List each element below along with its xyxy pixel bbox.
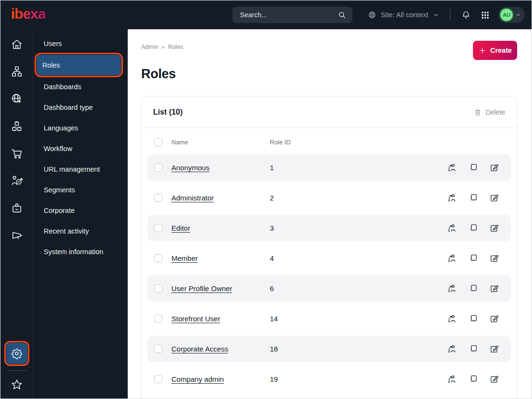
edit-button[interactable] [489,193,499,203]
row-checkbox[interactable] [154,224,162,232]
assign-users-button[interactable] [447,253,457,263]
rail-item-bookmarks[interactable] [0,374,33,396]
edit-button[interactable] [489,253,499,263]
delete-button-label: Delete [486,108,505,116]
assign-users-button[interactable] [447,374,457,384]
role-id-value: 3 [270,224,436,232]
rail-item-admin-settings[interactable] [6,343,27,364]
select-all-checkbox[interactable] [154,138,162,146]
row-checkbox[interactable] [154,254,162,262]
megaphone-icon [11,229,23,242]
copy-button[interactable] [468,193,478,203]
role-id-value: 4 [270,254,436,262]
assign-user-icon [447,193,457,203]
sidebar-item-users[interactable]: Users [33,33,128,54]
plus-icon [478,47,486,55]
bell-icon [461,10,471,20]
assign-users-button[interactable] [447,163,457,173]
role-name-link[interactable]: Corporate Access [171,345,270,353]
rail-item-marketing[interactable] [0,222,33,249]
notifications-button[interactable] [459,8,473,22]
search-box[interactable] [232,7,352,23]
assign-users-button[interactable] [447,193,457,203]
user-menu[interactable]: AU [498,7,525,23]
breadcrumb-item-admin[interactable]: Admin [141,44,158,50]
edit-button[interactable] [489,344,499,354]
badge-icon [11,202,23,214]
edit-icon [489,253,499,263]
role-name-link[interactable]: Anonymous [171,164,270,172]
edit-button[interactable] [489,314,499,324]
search-input[interactable] [240,11,338,19]
site-context-dropdown[interactable]: Site: All context [368,11,439,19]
assign-user-icon [447,223,457,233]
table-header: Name Role ID [147,135,511,149]
role-name-link[interactable]: Member [171,254,270,262]
sidebar-item-dashboard-type[interactable]: Dashboard type [33,97,128,117]
sidebar-item-corporate[interactable]: Corporate [33,200,128,221]
role-id-value: 18 [270,345,436,353]
rail-item-personalization[interactable] [0,167,33,194]
copy-icon [468,283,478,293]
search-icon [338,11,347,20]
roles-list-card: List (10) Delete Name Role ID Anonymous … [141,96,517,399]
rail-item-home[interactable] [0,30,33,58]
edit-icon [489,283,499,293]
assign-user-icon [447,163,457,173]
rail-item-commerce[interactable] [0,140,33,167]
role-name-link[interactable]: Storefront User [171,315,270,323]
trash-icon [474,108,482,117]
row-checkbox[interactable] [154,375,162,383]
copy-button[interactable] [468,314,478,324]
edit-icon [489,314,499,324]
rail-item-content-tree[interactable] [0,58,33,85]
copy-button[interactable] [468,344,478,354]
role-name-link[interactable]: Administrator [171,194,270,202]
copy-button[interactable] [468,283,478,293]
sidebar-item-languages[interactable]: Languages [33,117,128,138]
row-checkbox[interactable] [154,345,162,353]
table-row: Anonymous 1 [147,154,511,181]
sidebar-item-workflow[interactable]: Workflow [33,138,128,159]
role-name-link[interactable]: Company admin [171,375,270,383]
copy-button[interactable] [468,163,478,173]
ibexa-logo[interactable]: ibexa [11,7,46,23]
role-name-link[interactable]: User Profile Owner [171,284,270,293]
role-id-value: 2 [270,194,436,202]
sidebar-item-dashboards[interactable]: Dashboards [33,76,128,97]
row-checkbox[interactable] [154,194,162,202]
edit-button[interactable] [489,163,499,173]
assign-users-button[interactable] [447,314,457,324]
assign-users-button[interactable] [447,344,457,354]
copy-button[interactable] [468,374,478,384]
copy-icon [468,344,478,354]
rail-item-site[interactable] [0,85,33,112]
delete-button[interactable]: Delete [474,108,505,117]
assign-user-icon [447,344,457,354]
rail-item-products[interactable] [0,112,33,140]
sidebar-item-segments[interactable]: Segments [33,179,128,200]
sitemap-icon [11,65,23,78]
apps-grid-button[interactable] [479,9,492,22]
table-row: Storefront User 14 [147,305,511,332]
edit-button[interactable] [489,223,499,233]
row-checkbox[interactable] [154,164,162,172]
rail-item-corporate[interactable] [0,194,33,222]
assign-user-icon [447,374,457,384]
assign-users-button[interactable] [447,223,457,233]
sidebar-item-system-information[interactable]: System information [33,241,128,262]
sidebar-item-roles[interactable]: Roles [36,55,121,75]
table-row: User Profile Owner 6 [147,275,511,302]
assign-users-button[interactable] [447,283,457,293]
copy-button[interactable] [468,223,478,233]
copy-button[interactable] [468,253,478,263]
edit-button[interactable] [489,283,499,293]
edit-button[interactable] [489,374,499,384]
create-button[interactable]: Create [473,41,517,60]
row-checkbox[interactable] [154,315,162,323]
sidebar-item-url-management[interactable]: URL management [33,159,128,179]
role-id-value: 14 [270,315,436,323]
row-checkbox[interactable] [154,284,162,293]
sidebar-item-recent-activity[interactable]: Recent activity [33,221,128,241]
role-name-link[interactable]: Editor [171,224,270,232]
